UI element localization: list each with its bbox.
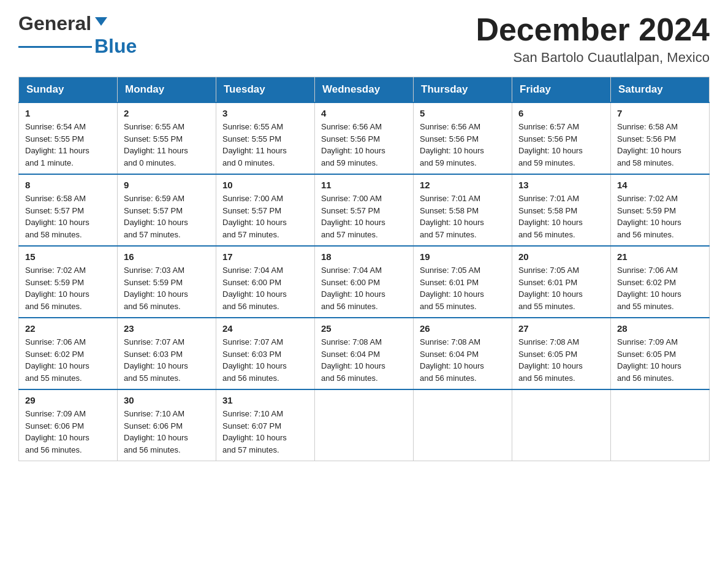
day-info: Sunrise: 7:09 AM Sunset: 6:06 PM Dayligh…	[25, 408, 111, 456]
calendar-day-cell: 15Sunrise: 7:02 AM Sunset: 5:59 PM Dayli…	[19, 246, 118, 318]
calendar-day-cell: 23Sunrise: 7:07 AM Sunset: 6:03 PM Dayli…	[118, 318, 216, 389]
day-info: Sunrise: 6:58 AM Sunset: 5:57 PM Dayligh…	[25, 193, 111, 240]
day-info: Sunrise: 7:07 AM Sunset: 6:03 PM Dayligh…	[124, 336, 210, 384]
location-title: San Bartolo Cuautlalpan, Mexico	[476, 50, 710, 66]
day-number: 9	[124, 180, 210, 190]
day-number: 31	[222, 395, 308, 405]
calendar-day-cell: 25Sunrise: 7:08 AM Sunset: 6:04 PM Dayli…	[315, 318, 414, 389]
logo-blue: Blue	[94, 35, 137, 58]
calendar-day-cell: 7Sunrise: 6:58 AM Sunset: 5:56 PM Daylig…	[611, 102, 710, 174]
calendar-empty-cell	[414, 389, 512, 461]
logo-triangle-wrapper	[94, 20, 107, 28]
calendar-day-cell: 30Sunrise: 7:10 AM Sunset: 6:06 PM Dayli…	[118, 389, 216, 461]
day-info: Sunrise: 7:06 AM Sunset: 6:02 PM Dayligh…	[617, 264, 703, 312]
day-number: 14	[617, 180, 703, 190]
day-number: 26	[420, 323, 506, 334]
calendar-day-cell: 9Sunrise: 6:59 AM Sunset: 5:57 PM Daylig…	[118, 174, 216, 246]
day-number: 3	[222, 108, 308, 118]
calendar-day-cell: 29Sunrise: 7:09 AM Sunset: 6:06 PM Dayli…	[19, 389, 118, 461]
column-header-wednesday: Wednesday	[315, 77, 414, 103]
calendar-day-cell: 2Sunrise: 6:55 AM Sunset: 5:55 PM Daylig…	[118, 102, 216, 174]
logo-text: General	[18, 12, 108, 35]
day-number: 29	[25, 395, 111, 405]
column-header-friday: Friday	[512, 77, 611, 103]
day-info: Sunrise: 7:10 AM Sunset: 6:06 PM Dayligh…	[124, 408, 210, 456]
calendar-day-cell: 6Sunrise: 6:57 AM Sunset: 5:56 PM Daylig…	[512, 102, 611, 174]
day-number: 24	[222, 323, 308, 334]
calendar-week-row: 8Sunrise: 6:58 AM Sunset: 5:57 PM Daylig…	[19, 174, 710, 246]
day-info: Sunrise: 7:08 AM Sunset: 6:04 PM Dayligh…	[420, 336, 506, 384]
day-number: 19	[420, 251, 506, 262]
day-number: 20	[518, 251, 604, 262]
calendar-header-row: SundayMondayTuesdayWednesdayThursdayFrid…	[19, 77, 710, 103]
calendar-day-cell: 3Sunrise: 6:55 AM Sunset: 5:55 PM Daylig…	[216, 102, 315, 174]
calendar-empty-cell	[512, 389, 611, 461]
calendar-day-cell: 22Sunrise: 7:06 AM Sunset: 6:02 PM Dayli…	[19, 318, 118, 389]
logo-underline	[18, 46, 92, 48]
day-number: 23	[124, 323, 210, 334]
calendar-table: SundayMondayTuesdayWednesdayThursdayFrid…	[18, 77, 710, 461]
day-info: Sunrise: 6:57 AM Sunset: 5:56 PM Dayligh…	[518, 121, 604, 169]
day-number: 10	[222, 180, 308, 190]
day-number: 27	[518, 323, 604, 334]
day-info: Sunrise: 7:04 AM Sunset: 6:00 PM Dayligh…	[222, 264, 308, 312]
calendar-day-cell: 26Sunrise: 7:08 AM Sunset: 6:04 PM Dayli…	[414, 318, 512, 389]
day-info: Sunrise: 7:05 AM Sunset: 6:01 PM Dayligh…	[518, 264, 604, 312]
page-header: General Blue December 2024 San Bartolo C…	[18, 12, 710, 66]
day-info: Sunrise: 7:10 AM Sunset: 6:07 PM Dayligh…	[222, 408, 308, 456]
day-number: 11	[321, 180, 407, 190]
day-info: Sunrise: 7:01 AM Sunset: 5:58 PM Dayligh…	[518, 193, 604, 240]
day-info: Sunrise: 7:02 AM Sunset: 5:59 PM Dayligh…	[617, 193, 703, 240]
calendar-day-cell: 4Sunrise: 6:56 AM Sunset: 5:56 PM Daylig…	[315, 102, 414, 174]
day-info: Sunrise: 6:56 AM Sunset: 5:56 PM Dayligh…	[420, 121, 506, 169]
day-number: 12	[420, 180, 506, 190]
calendar-empty-cell	[611, 389, 710, 461]
day-number: 13	[518, 180, 604, 190]
calendar-day-cell: 17Sunrise: 7:04 AM Sunset: 6:00 PM Dayli…	[216, 246, 315, 318]
day-number: 18	[321, 251, 407, 262]
day-number: 30	[124, 395, 210, 405]
day-number: 8	[25, 180, 111, 190]
day-info: Sunrise: 7:07 AM Sunset: 6:03 PM Dayligh…	[222, 336, 308, 384]
column-header-tuesday: Tuesday	[216, 77, 315, 103]
day-number: 25	[321, 323, 407, 334]
calendar-day-cell: 12Sunrise: 7:01 AM Sunset: 5:58 PM Dayli…	[414, 174, 512, 246]
day-info: Sunrise: 7:00 AM Sunset: 5:57 PM Dayligh…	[222, 193, 308, 240]
logo-general: General	[18, 12, 91, 35]
day-info: Sunrise: 7:04 AM Sunset: 6:00 PM Dayligh…	[321, 264, 407, 312]
calendar-day-cell: 28Sunrise: 7:09 AM Sunset: 6:05 PM Dayli…	[611, 318, 710, 389]
calendar-day-cell: 13Sunrise: 7:01 AM Sunset: 5:58 PM Dayli…	[512, 174, 611, 246]
day-info: Sunrise: 6:56 AM Sunset: 5:56 PM Dayligh…	[321, 121, 407, 169]
day-info: Sunrise: 7:05 AM Sunset: 6:01 PM Dayligh…	[420, 264, 506, 312]
day-number: 17	[222, 251, 308, 262]
month-title: December 2024	[476, 12, 710, 47]
calendar-day-cell: 16Sunrise: 7:03 AM Sunset: 5:59 PM Dayli…	[118, 246, 216, 318]
calendar-day-cell: 10Sunrise: 7:00 AM Sunset: 5:57 PM Dayli…	[216, 174, 315, 246]
column-header-monday: Monday	[118, 77, 216, 103]
calendar-day-cell: 24Sunrise: 7:07 AM Sunset: 6:03 PM Dayli…	[216, 318, 315, 389]
day-number: 5	[420, 108, 506, 118]
logo-triangle-icon	[95, 17, 107, 26]
day-number: 21	[617, 251, 703, 262]
calendar-day-cell: 27Sunrise: 7:08 AM Sunset: 6:05 PM Dayli…	[512, 318, 611, 389]
calendar-week-row: 15Sunrise: 7:02 AM Sunset: 5:59 PM Dayli…	[19, 246, 710, 318]
day-info: Sunrise: 7:02 AM Sunset: 5:59 PM Dayligh…	[25, 264, 111, 312]
calendar-week-row: 22Sunrise: 7:06 AM Sunset: 6:02 PM Dayli…	[19, 318, 710, 389]
day-info: Sunrise: 7:01 AM Sunset: 5:58 PM Dayligh…	[420, 193, 506, 240]
day-number: 28	[617, 323, 703, 334]
column-header-thursday: Thursday	[414, 77, 512, 103]
calendar-day-cell: 5Sunrise: 6:56 AM Sunset: 5:56 PM Daylig…	[414, 102, 512, 174]
day-number: 4	[321, 108, 407, 118]
day-info: Sunrise: 7:08 AM Sunset: 6:04 PM Dayligh…	[321, 336, 407, 384]
calendar-day-cell: 18Sunrise: 7:04 AM Sunset: 6:00 PM Dayli…	[315, 246, 414, 318]
day-info: Sunrise: 6:55 AM Sunset: 5:55 PM Dayligh…	[124, 121, 210, 169]
calendar-day-cell: 31Sunrise: 7:10 AM Sunset: 6:07 PM Dayli…	[216, 389, 315, 461]
calendar-day-cell: 8Sunrise: 6:58 AM Sunset: 5:57 PM Daylig…	[19, 174, 118, 246]
day-number: 16	[124, 251, 210, 262]
day-info: Sunrise: 7:06 AM Sunset: 6:02 PM Dayligh…	[25, 336, 111, 384]
logo-bottom: Blue	[18, 35, 137, 58]
day-number: 2	[124, 108, 210, 118]
column-header-saturday: Saturday	[611, 77, 710, 103]
day-number: 7	[617, 108, 703, 118]
day-number: 15	[25, 251, 111, 262]
